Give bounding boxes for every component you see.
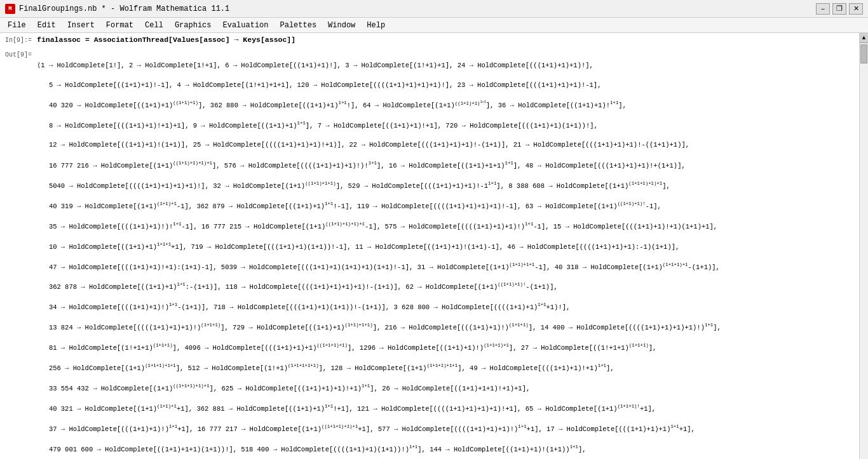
output-label: Out[9]=: [5, 50, 37, 58]
input-label: In[9]:=: [5, 36, 37, 44]
vertical-scrollbar[interactable]: ▲ ▼: [859, 33, 868, 459]
title-bar: M FinalGroupings.nb * - Wolfram Mathemat…: [0, 0, 868, 18]
menu-help[interactable]: Help: [362, 20, 390, 31]
scroll-track[interactable]: [860, 43, 868, 459]
window-controls[interactable]: − ❐ ✕: [816, 3, 863, 15]
maximize-button[interactable]: ❐: [832, 3, 846, 15]
menu-insert[interactable]: Insert: [62, 20, 100, 31]
output-content: ⟨1 → HoldComplete[1!], 2 → HoldComplete[…: [37, 50, 854, 459]
menu-edit[interactable]: Edit: [32, 20, 61, 31]
menu-evaluation[interactable]: Evaluation: [217, 20, 273, 31]
input-bracket: In[9]:=: [5, 37, 32, 44]
menu-palettes[interactable]: Palettes: [275, 20, 322, 31]
notebook-content[interactable]: In[9]:= finalassoc = AssociationThread[V…: [0, 33, 859, 459]
scroll-up-button[interactable]: ▲: [860, 33, 868, 43]
output-cell: Out[9]= ⟨1 → HoldComplete[1!], 2 → HoldC…: [5, 50, 854, 459]
input-text: finalassoc = AssociationThread[Values[as…: [37, 36, 295, 44]
menu-bar: File Edit Insert Format Cell Graphics Ev…: [0, 18, 868, 33]
scroll-thumb[interactable]: [860, 44, 867, 63]
close-button[interactable]: ✕: [849, 3, 863, 15]
minimize-button[interactable]: −: [816, 3, 830, 15]
menu-file[interactable]: File: [3, 20, 31, 31]
app-icon: M: [5, 4, 15, 14]
notebook-area: In[9]:= finalassoc = AssociationThread[V…: [0, 33, 868, 459]
title-bar-left: M FinalGroupings.nb * - Wolfram Mathemat…: [5, 4, 229, 14]
menu-window[interactable]: Window: [323, 20, 360, 31]
input-content[interactable]: finalassoc = AssociationThread[Values[as…: [37, 36, 295, 44]
menu-format[interactable]: Format: [101, 20, 139, 31]
input-cell: In[9]:= finalassoc = AssociationThread[V…: [5, 36, 854, 46]
menu-graphics[interactable]: Graphics: [170, 20, 217, 31]
window-title: FinalGroupings.nb * - Wolfram Mathematic…: [19, 4, 229, 13]
menu-cell[interactable]: Cell: [140, 20, 168, 31]
